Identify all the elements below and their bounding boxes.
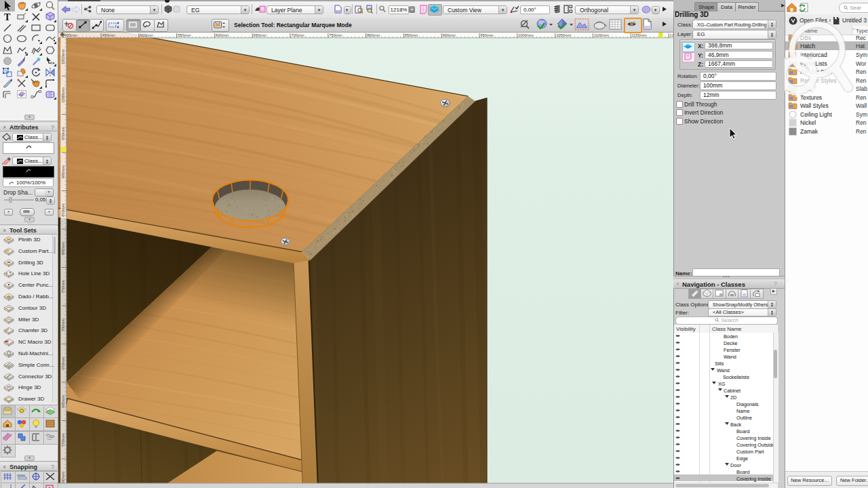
svg-text:800mm: 800mm <box>61 242 65 256</box>
svg-text:900mm: 900mm <box>61 165 65 179</box>
svg-text:500mm: 500mm <box>61 472 65 485</box>
svg-text:950mm: 950mm <box>480 33 494 37</box>
svg-text:1050mm: 1050mm <box>556 33 572 37</box>
svg-text:450mm: 450mm <box>102 33 115 37</box>
svg-text:600mm: 600mm <box>61 395 65 409</box>
svg-text:600mm: 600mm <box>216 33 229 37</box>
svg-text:900mm: 900mm <box>443 33 456 37</box>
svg-text:700mm: 700mm <box>291 33 304 37</box>
svg-text:1000mm: 1000mm <box>518 33 534 37</box>
svg-text:550mm: 550mm <box>61 433 65 447</box>
svg-text:750mm: 750mm <box>329 33 342 37</box>
svg-text:550mm: 550mm <box>178 33 191 37</box>
svg-text:650mm: 650mm <box>61 357 65 370</box>
svg-text:1150mm: 1150mm <box>632 33 647 37</box>
svg-text:1050mm: 1050mm <box>61 49 65 65</box>
svg-text:500mm: 500mm <box>140 33 153 37</box>
svg-text:400mm: 400mm <box>64 33 78 37</box>
svg-text:850mm: 850mm <box>405 33 418 37</box>
svg-text:T: T <box>4 12 11 22</box>
svg-text:1100mm: 1100mm <box>594 33 609 37</box>
svg-text:950mm: 950mm <box>61 127 65 140</box>
svg-text:850mm: 850mm <box>61 203 65 217</box>
svg-text:750mm: 750mm <box>61 280 65 293</box>
svg-text:700mm: 700mm <box>61 319 65 332</box>
svg-text:650mm: 650mm <box>254 33 267 37</box>
svg-text:1000mm: 1000mm <box>61 87 65 103</box>
svg-text:800mm: 800mm <box>367 33 380 37</box>
